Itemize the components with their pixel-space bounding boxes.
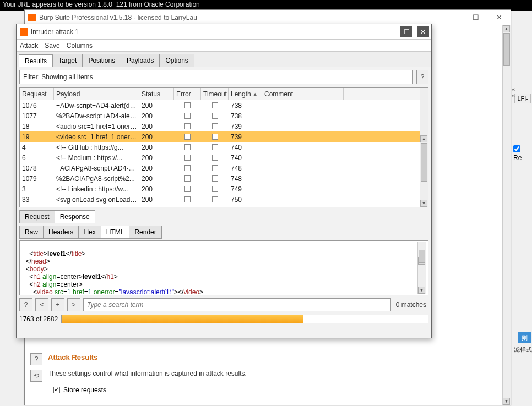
right-checkbox[interactable]: Re [513,145,530,162]
cell-payload: %2BADw-script+AD4-alert... [54,112,139,120]
cell-timeout [201,186,229,192]
col-length[interactable]: Length [229,88,262,100]
status-bar: 1763 of 2682 [19,315,428,323]
search-add-button[interactable]: + [51,298,64,311]
checkbox-icon [212,186,218,192]
right-button[interactable]: 则 [518,332,531,343]
tab-response[interactable]: Response [55,210,95,223]
checkbox-icon [184,113,191,119]
table-row[interactable]: 3<!-- Linkedin : https://w...200749 [20,184,420,194]
cell-timeout [201,102,229,108]
cell-length: 739 [229,123,262,130]
cell-status: 200 [139,133,174,141]
store-requests-label: Store requests [63,386,106,394]
checkbox-icon [53,387,60,393]
tab-request[interactable]: Request [19,210,55,223]
right-tab[interactable]: LFI- [514,94,531,103]
table-row[interactable]: 6<!-- Medium : https://...200740 [20,152,420,163]
search-matches: 0 matches [394,301,428,309]
col-comment[interactable]: Comment [262,88,344,100]
table-row[interactable]: 19<video src=1 href=1 onerr...200739 [20,131,420,142]
scroll-thumb[interactable] [421,143,427,182]
table-row[interactable]: 37<body onLoad body onLoa...200753 [20,205,420,207]
parent-titlebar[interactable]: Burp Suite Professional v1.5.18 - licens… [25,10,511,25]
tab-raw[interactable]: Raw [19,226,44,239]
scroll-down-icon[interactable]: ▼ [418,287,425,294]
table-row[interactable]: 18<audio src=1 href=1 onerr...200739 [20,121,420,131]
col-request[interactable]: Request [20,88,54,100]
cell-request: 1079 [20,175,54,183]
search-help-button[interactable]: ? [19,298,32,311]
table-scrollbar[interactable]: ▲ ▼ [420,88,428,207]
store-requests-checkbox[interactable]: Store requests [53,386,504,394]
col-error[interactable]: Error [174,88,201,100]
tab-html[interactable]: HTML [101,226,130,239]
checkbox-icon [212,196,218,202]
ar-reload-button[interactable]: ⟲ [30,370,42,382]
filter-box[interactable]: Filter: Showing all items [19,70,413,84]
cell-status: 200 [139,154,174,162]
tab-hex[interactable]: Hex [78,226,101,239]
tab-target[interactable]: Target [52,54,83,67]
parent-scrollbar[interactable]: ▲ ▼ [502,25,511,405]
menu-attack[interactable]: Attack [20,42,38,50]
tab-positions[interactable]: Positions [82,54,121,67]
scroll-up-icon[interactable]: ▲ [420,135,427,142]
cell-length: 753 [229,206,262,207]
cell-payload: +ADw-script+AD4-alert(do... [54,102,139,109]
table-row[interactable]: 1079%2BACIAPgA8-script%2...200748 [20,173,420,184]
cell-error [174,134,201,140]
checkbox-icon [184,186,191,192]
minimize-button[interactable]: — [384,26,396,37]
scroll-down-icon[interactable]: ▼ [503,398,510,405]
titlebar[interactable]: Intruder attack 1 — ☐ ✕ [17,24,431,40]
menu-save[interactable]: Save [45,42,59,50]
search-bar: ? < + > 0 matches [19,298,428,311]
cell-status: 200 [139,144,174,151]
scroll-thumb[interactable] [419,250,425,263]
cell-error [174,102,201,108]
cell-error [174,196,201,202]
response-viewer[interactable]: <title>level1</title> </head> <body> <h1… [19,240,428,295]
scroll-down-icon[interactable]: ▼ [420,200,427,207]
parent-maximize-button[interactable]: ☐ [464,10,487,24]
close-button[interactable]: ✕ [417,26,429,37]
tab-options[interactable]: Options [159,54,194,67]
menu-columns[interactable]: Columns [67,42,93,50]
progress-text: 1763 of 2682 [19,315,58,323]
tab-render[interactable]: Render [129,226,161,239]
ar-help-button[interactable]: ? [30,353,42,365]
table-row[interactable]: 1078+ACIAPgA8-script+AD4-al...200748 [20,163,420,173]
search-prev-button[interactable]: < [35,298,48,311]
help-button[interactable]: ? [416,70,428,84]
table-row[interactable]: 1076+ADw-script+AD4-alert(do...200738 [20,100,420,111]
code-scrollbar[interactable]: ▲ ▼ [417,242,426,294]
search-next-button[interactable]: > [67,298,80,311]
cell-request: 37 [20,206,54,207]
cell-status: 200 [139,175,174,183]
table-row[interactable]: 1077%2BADw-script+AD4-alert...200738 [20,111,420,121]
parent-minimize-button[interactable]: — [441,10,464,24]
table-row[interactable]: 4<!-- GitHub : https://g...200740 [20,142,420,152]
cell-length: 738 [229,112,262,120]
parent-close-button[interactable]: ✕ [487,10,511,24]
col-timeout[interactable]: Timeout [201,88,229,100]
cell-status: 200 [139,102,174,109]
maximize-button[interactable]: ☐ [400,26,412,37]
cell-timeout [201,123,229,129]
cell-length: 749 [229,185,262,193]
cell-status: 200 [139,112,174,120]
view-tabs: Raw Headers Hex HTML Render [19,226,428,239]
cell-payload: %2BACIAPgA8-script%2... [54,175,139,183]
table-row[interactable]: 33<svg onLoad svg onLoad=...200750 [20,194,420,205]
col-status[interactable]: Status [139,88,174,100]
scroll-thumb[interactable] [503,33,510,66]
results-table: Request Payload Status Error Timeout Len… [19,87,428,207]
tab-results[interactable]: Results [19,54,53,67]
search-input[interactable] [83,298,391,311]
scroll-up-icon[interactable]: ▲ [503,25,510,32]
tab-payloads[interactable]: Payloads [121,54,160,67]
cell-timeout [201,134,229,140]
col-payload[interactable]: Payload [54,88,139,100]
tab-headers[interactable]: Headers [43,226,79,239]
